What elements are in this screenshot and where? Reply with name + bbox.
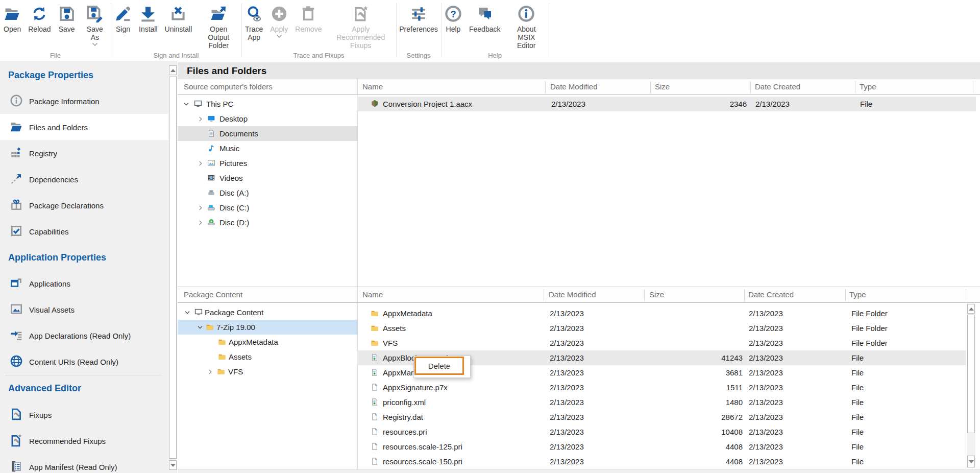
- sign-button[interactable]: Sign: [111, 3, 135, 35]
- tree-item-7zip[interactable]: 7-Zip 19.00: [178, 320, 357, 335]
- table-row[interactable]: AppxMetadata 2/13/2023 2/13/2023 File Fo…: [357, 306, 978, 321]
- chevron-right-icon[interactable]: [197, 160, 204, 167]
- arrow-down-icon: [969, 460, 974, 463]
- column-header-name[interactable]: Name: [362, 79, 383, 94]
- table-row[interactable]: resources.pri 2/13/2023 10408 2/13/2023 …: [357, 424, 978, 439]
- save-as-button[interactable]: Save As: [79, 3, 111, 49]
- table-row[interactable]: resources.scale-125.pri 2/13/2023 4408 2…: [357, 439, 978, 454]
- column-separator[interactable]: [644, 289, 645, 301]
- group-label-help: Help: [441, 52, 549, 59]
- reload-button[interactable]: Reload: [24, 3, 54, 35]
- table-row[interactable]: Registry.dat 2/13/2023 28672 2/13/2023 F…: [357, 410, 978, 424]
- tree-item-pictures[interactable]: Pictures: [178, 156, 357, 171]
- table-row[interactable]: AppxSignature.p7x 2/13/2023 1511 2/13/20…: [357, 380, 978, 395]
- feedback-button[interactable]: Feedback: [465, 3, 504, 35]
- about-msix-editor-button[interactable]: About MSIX Editor: [504, 3, 549, 52]
- sidebar-scrollbar[interactable]: [168, 61, 177, 473]
- column-separator[interactable]: [650, 81, 651, 93]
- save-button[interactable]: Save: [55, 3, 79, 35]
- column-header-size[interactable]: Size: [655, 79, 670, 94]
- help-button[interactable]: Help: [441, 3, 465, 35]
- preferences-button[interactable]: Preferences: [396, 3, 441, 35]
- tree-item-this-pc[interactable]: This PC: [178, 97, 357, 111]
- column-header-date-modified[interactable]: Date Modified: [550, 79, 598, 94]
- chevron-down-icon[interactable]: [184, 309, 191, 316]
- apply-recommended-fixups-button[interactable]: Apply Recommended Fixups: [325, 3, 396, 52]
- chevron-right-icon[interactable]: [197, 219, 204, 226]
- arrow-up-icon: [170, 69, 176, 72]
- tree-item-assets[interactable]: Assets: [178, 349, 357, 364]
- folder-icon: [371, 339, 379, 347]
- scrollbar-thumb[interactable]: [169, 77, 177, 459]
- sidebar-item-dependencies[interactable]: Dependencies: [0, 166, 168, 192]
- column-separator[interactable]: [966, 289, 966, 301]
- sidebar-item-content-uris[interactable]: Content URIs (Read Only): [0, 348, 168, 374]
- feedback-bubble-icon: [476, 5, 494, 22]
- sidebar: Package Properties Package Information F…: [0, 61, 168, 473]
- tree-item-vfs[interactable]: VFS: [178, 364, 357, 379]
- column-header-date-created[interactable]: Date Created: [755, 79, 800, 94]
- tree-item-videos[interactable]: Videos: [178, 171, 357, 185]
- scroll-down-button[interactable]: [169, 460, 177, 470]
- tree-item-appxmetadata[interactable]: AppxMetadata: [178, 335, 357, 349]
- tree-item-package-content[interactable]: Package Content: [178, 305, 357, 320]
- open-button[interactable]: Open: [0, 3, 24, 35]
- remove-button[interactable]: Remove: [291, 3, 325, 35]
- table-row[interactable]: Conversion Project 1.aacx 2/13/2023 2346…: [357, 97, 976, 111]
- column-separator[interactable]: [544, 289, 544, 301]
- chevron-right-icon[interactable]: [197, 204, 204, 211]
- column-separator[interactable]: [744, 289, 745, 301]
- open-output-folder-button[interactable]: Open Output Folder: [195, 3, 241, 52]
- scroll-up-button[interactable]: [169, 65, 177, 75]
- sidebar-item-app-declarations[interactable]: App Declarations (Read Only): [0, 322, 168, 348]
- column-separator[interactable]: [855, 81, 855, 93]
- tree-item-documents[interactable]: Documents: [178, 126, 357, 141]
- computer-icon: [194, 100, 202, 108]
- tree-item-music[interactable]: Music: [178, 141, 357, 156]
- sidebar-item-package-information[interactable]: Package Information: [0, 88, 168, 114]
- sidebar-heading-application-properties: Application Properties: [8, 250, 106, 265]
- table-row[interactable]: Assets 2/13/2023 2/13/2023 File Folder: [357, 321, 978, 336]
- sidebar-item-capabilities[interactable]: Capabilities: [0, 218, 168, 244]
- table-row[interactable]: priconfig.xml 2/13/2023 1480 2/13/2023 F…: [357, 395, 978, 410]
- file-list-scrollbar[interactable]: [967, 303, 975, 468]
- trace-app-button[interactable]: Trace App: [241, 3, 266, 43]
- context-menu-item-delete[interactable]: Delete: [414, 357, 464, 375]
- apply-button[interactable]: Apply: [266, 3, 291, 40]
- install-button[interactable]: Install: [135, 3, 161, 35]
- chevron-down-icon[interactable]: [197, 324, 204, 331]
- column-header-name[interactable]: Name: [362, 287, 383, 302]
- sidebar-item-registry[interactable]: Registry: [0, 140, 168, 166]
- column-separator[interactable]: [545, 81, 546, 93]
- table-row[interactable]: resources.scale-150.pri 2/13/2023 4408 2…: [357, 454, 978, 469]
- column-header-date-created[interactable]: Date Created: [748, 287, 794, 302]
- tree-item-disc-c[interactable]: Disc (C:): [178, 200, 357, 215]
- tree-item-desktop[interactable]: Desktop: [178, 111, 357, 126]
- tree-item-disc-a[interactable]: Disc (A:): [178, 185, 357, 200]
- column-header-type[interactable]: Type: [860, 79, 876, 94]
- sidebar-item-applications[interactable]: Applications: [0, 270, 168, 296]
- sidebar-item-package-declarations[interactable]: Package Declarations: [0, 192, 168, 218]
- column-separator[interactable]: [973, 81, 973, 93]
- sidebar-item-app-manifest[interactable]: App Manifest (Read Only): [0, 454, 168, 473]
- uninstall-button[interactable]: Uninstall: [161, 3, 196, 35]
- chevron-right-icon[interactable]: [197, 115, 204, 123]
- column-header-type[interactable]: Type: [849, 287, 866, 302]
- scrollbar-thumb[interactable]: [967, 315, 975, 433]
- column-header-size[interactable]: Size: [649, 287, 664, 302]
- table-row[interactable]: VFS 2/13/2023 2/13/2023 File Folder: [357, 336, 978, 350]
- column-separator[interactable]: [845, 289, 846, 301]
- column-header-date-modified[interactable]: Date Modified: [549, 287, 596, 302]
- column-separator[interactable]: [750, 81, 751, 93]
- scroll-down-button[interactable]: [967, 456, 975, 467]
- sidebar-item-visual-assets[interactable]: Visual Assets: [0, 296, 168, 322]
- scroll-up-button[interactable]: [967, 304, 975, 314]
- sidebar-item-fixups[interactable]: Fixups: [0, 401, 168, 428]
- toolbar-group-sign-install: Sign Install Uninstall Open Output Folde…: [111, 0, 241, 61]
- sidebar-item-files-and-folders[interactable]: Files and Folders: [0, 114, 168, 140]
- tree-item-disc-d[interactable]: Disc (D:): [178, 215, 357, 230]
- chevron-right-icon[interactable]: [207, 368, 214, 375]
- xml-file-icon: [371, 353, 379, 362]
- sidebar-item-recommended-fixups[interactable]: Recommended Fixups: [0, 428, 168, 454]
- chevron-down-icon[interactable]: [183, 101, 190, 108]
